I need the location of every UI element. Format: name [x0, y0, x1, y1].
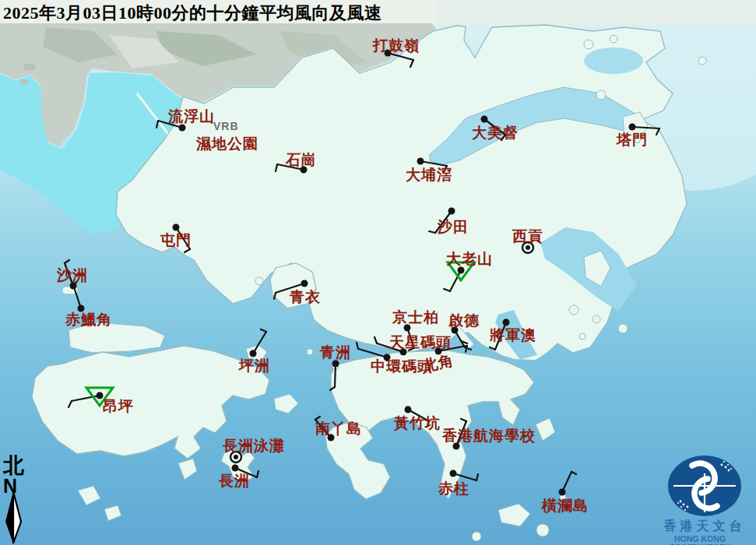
station-label-lamma-island[interactable]: 南丫島 — [315, 421, 362, 436]
station-label-wetland-park[interactable]: 濕地公園 — [196, 136, 258, 151]
vrb-indicator-wetland-park: VRB — [213, 121, 239, 132]
station-label-peng-chau[interactable]: 坪洲 — [239, 358, 270, 373]
station-label-lau-fau-shan[interactable]: 流浮山 — [168, 109, 215, 124]
station-label-ngong-ping[interactable]: 昂坪 — [103, 399, 134, 413]
station-label-stanley[interactable]: 赤柱 — [438, 481, 469, 496]
station-label-chek-lap-kok[interactable]: 赤鱲角 — [65, 312, 112, 327]
station-label-wong-chuk-hang[interactable]: 黃竹坑 — [394, 416, 441, 431]
hko-logo-english-name: HONG KONG OBSERVATORY — [644, 535, 756, 545]
station-label-tseung-kwan-o[interactable]: 將軍澳 — [490, 328, 536, 343]
station-label-tai-mei-tuk[interactable]: 大美督 — [472, 125, 519, 140]
station-label-star-ferry[interactable]: 天星碼頭 — [389, 335, 452, 350]
station-label-green-island[interactable]: 青洲 — [320, 345, 351, 360]
station-label-sha-tin[interactable]: 沙田 — [438, 220, 469, 234]
station-label-tap-mun[interactable]: 塔門 — [617, 132, 648, 147]
station-label-kings-park[interactable]: 京士柏 — [392, 310, 439, 325]
station-label-ta-kwu-ling[interactable]: 打鼓嶺 — [373, 38, 420, 53]
station-label-tuen-mun[interactable]: 屯門 — [160, 233, 192, 248]
station-label-sai-kung[interactable]: 西貢 — [512, 229, 543, 244]
wind-map: 2025年3月03日10時00分的十分鐘平均風向及風速 北 N 香港天文台 HO… — [0, 0, 756, 545]
station-label-kai-tak[interactable]: 啟德 — [448, 313, 480, 328]
hko-logo-chinese-name: 香港天文台 — [658, 520, 751, 533]
station-label-tai-po-kau[interactable]: 大埔滘 — [406, 167, 452, 182]
station-label-sha-chau[interactable]: 沙洲 — [57, 268, 88, 283]
station-label-tsing-yi[interactable]: 青衣 — [290, 290, 321, 304]
compass-north-letter: N — [3, 476, 17, 496]
labels-layer: 2025年3月03日10時00分的十分鐘平均風向及風速 北 N 香港天文台 HO… — [0, 0, 756, 545]
station-label-tates-cairn[interactable]: 大老山 — [446, 251, 493, 266]
compass-north-hanzi: 北 — [3, 455, 24, 476]
station-label-cheung-chau-beach[interactable]: 長洲泳灘 — [223, 438, 285, 453]
station-label-waglan-island[interactable]: 橫瀾島 — [542, 498, 589, 513]
station-label-shek-kong[interactable]: 石崗 — [286, 153, 317, 167]
station-label-sea-school[interactable]: 香港航海學校 — [442, 428, 536, 443]
map-title: 2025年3月03日10時00分的十分鐘平均風向及風速 — [3, 5, 382, 22]
station-label-cheung-chau[interactable]: 長洲 — [219, 473, 250, 488]
station-label-north-point[interactable]: 北角 — [421, 353, 455, 374]
